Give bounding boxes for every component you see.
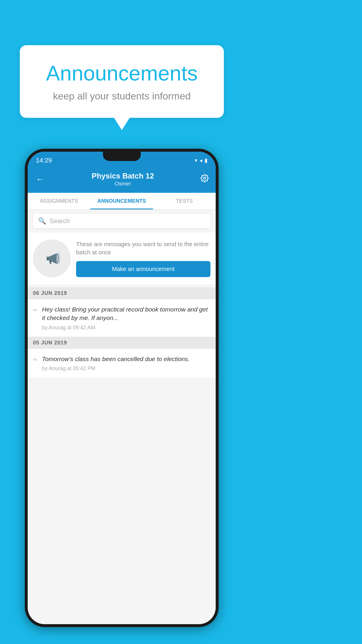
- announcement-content-2: Tomorrow's class has been cancelled due …: [42, 355, 189, 372]
- announcement-text-1: Hey class! Bring your practical record b…: [42, 305, 210, 322]
- promo-description: These are messages you want to send to t…: [76, 240, 210, 256]
- signal-icon: ◂: [200, 157, 202, 164]
- tab-tests[interactable]: TESTS: [153, 193, 216, 209]
- phone-screen: 14:29 ▾ ◂ ▮ ← Physics Batch 12 Owner: [28, 152, 216, 624]
- announcement-text-2: Tomorrow's class has been cancelled due …: [42, 355, 189, 363]
- main-content: 🔍 Search These: [28, 210, 216, 624]
- search-bar[interactable]: 🔍 Search: [33, 214, 210, 228]
- speech-bubble-container: Announcements keep all your students inf…: [20, 45, 224, 118]
- announcement-meta-1: by Anurag at 09:42 AM: [42, 325, 210, 331]
- announcement-meta-2: by Anurag at 05:42 PM: [42, 365, 189, 372]
- svg-rect-1: [47, 257, 48, 260]
- search-placeholder: Search: [50, 217, 70, 225]
- announcement-content-1: Hey class! Bring your practical record b…: [42, 305, 210, 331]
- tabs-container: ASSIGNMENTS ANNOUNCEMENTS TESTS: [28, 193, 216, 210]
- app-header: ← Physics Batch 12 Owner: [28, 167, 216, 193]
- wifi-icon: ▾: [195, 157, 197, 164]
- announcement-item-1[interactable]: “ Hey class! Bring your practical record…: [28, 299, 216, 337]
- quote-icon-2: “: [33, 356, 37, 367]
- back-button[interactable]: ←: [35, 174, 45, 185]
- promo-right: These are messages you want to send to t…: [76, 240, 210, 277]
- date-separator-1: 06 JUN 2019: [28, 287, 216, 299]
- settings-button[interactable]: [201, 174, 209, 184]
- announcement-item-2[interactable]: “ Tomorrow's class has been cancelled du…: [28, 349, 216, 378]
- tab-assignments[interactable]: ASSIGNMENTS: [28, 193, 90, 209]
- speech-bubble: Announcements keep all your students inf…: [20, 45, 224, 118]
- quote-icon-1: “: [33, 306, 37, 317]
- header-title: Physics Batch 12: [45, 172, 201, 181]
- tab-announcements[interactable]: ANNOUNCEMENTS: [90, 193, 153, 209]
- phone-mockup: 14:29 ▾ ◂ ▮ ← Physics Batch 12 Owner: [25, 149, 219, 627]
- header-subtitle: Owner: [45, 181, 201, 187]
- status-icons: ▾ ◂ ▮: [195, 157, 208, 164]
- search-icon: 🔍: [38, 217, 46, 225]
- make-announcement-button[interactable]: Make an announcement: [76, 261, 210, 277]
- phone-notch: [103, 152, 141, 161]
- promo-icon-circle: [33, 239, 71, 277]
- bubble-subtitle: keep all your students informed: [31, 90, 212, 102]
- announcement-promo: These are messages you want to send to t…: [28, 232, 216, 284]
- date-separator-2: 05 JUN 2019: [28, 337, 216, 349]
- header-center: Physics Batch 12 Owner: [45, 172, 201, 187]
- status-time: 14:29: [36, 157, 52, 164]
- svg-point-0: [204, 177, 206, 179]
- bubble-title: Announcements: [31, 61, 212, 85]
- battery-icon: ▮: [205, 157, 208, 164]
- screen-content: 14:29 ▾ ◂ ▮ ← Physics Batch 12 Owner: [28, 152, 216, 624]
- megaphone-icon: [43, 249, 61, 268]
